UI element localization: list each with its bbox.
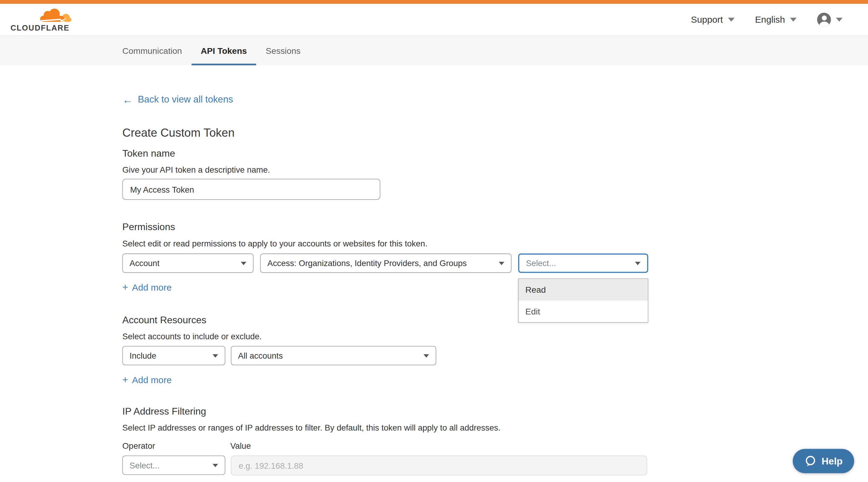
caret-down-icon bbox=[213, 354, 218, 357]
caret-down-icon bbox=[790, 18, 797, 22]
brand-accent-bar bbox=[0, 0, 868, 4]
caret-down-icon bbox=[635, 262, 640, 265]
permission-level-placeholder: Select... bbox=[526, 259, 556, 268]
caret-down-icon bbox=[213, 463, 218, 467]
account-resources-description: Select accounts to include or exclude. bbox=[123, 331, 868, 341]
account-resources-row: Include All accounts bbox=[123, 346, 868, 365]
resource-scope-select[interactable]: All accounts bbox=[231, 346, 436, 365]
cloudflare-logo[interactable]: CLOUDFLARE bbox=[10, 8, 71, 32]
resource-scope-value: All accounts bbox=[238, 351, 283, 360]
page-title: Create Custom Token bbox=[123, 126, 868, 139]
support-menu[interactable]: Support bbox=[691, 14, 734, 25]
permissions-add-more-label: Add more bbox=[132, 282, 172, 293]
caret-down-icon bbox=[424, 354, 429, 357]
menu-option-read[interactable]: Read bbox=[519, 279, 648, 300]
user-avatar-icon bbox=[817, 13, 831, 27]
caret-down-icon bbox=[728, 18, 735, 22]
caret-down-icon bbox=[241, 262, 246, 265]
back-to-tokens-link[interactable]: ← Back to view all tokens bbox=[123, 94, 233, 105]
permission-level-select[interactable]: Select... bbox=[518, 253, 648, 273]
plus-icon: + bbox=[123, 375, 128, 385]
permission-scope-select[interactable]: Account bbox=[123, 253, 254, 273]
header-actions: Support English bbox=[691, 13, 842, 27]
tab-api-tokens[interactable]: API Tokens bbox=[191, 36, 256, 65]
back-arrow-icon: ← bbox=[123, 94, 133, 105]
brand-name: CLOUDFLARE bbox=[10, 25, 71, 32]
permission-scope-value: Account bbox=[129, 259, 159, 268]
help-button-label: Help bbox=[822, 455, 842, 467]
token-name-title: Token name bbox=[123, 149, 868, 158]
chat-bubble-icon bbox=[805, 455, 816, 467]
language-label: English bbox=[755, 14, 785, 25]
ip-operator-select[interactable]: Select... bbox=[123, 455, 225, 475]
caret-down-icon bbox=[499, 262, 504, 265]
permission-level-wrap: Select... Read Edit bbox=[518, 253, 648, 273]
permission-level-menu: Read Edit bbox=[518, 279, 648, 323]
app-header: CLOUDFLARE Support English bbox=[0, 4, 868, 35]
tab-communication[interactable]: Communication bbox=[113, 36, 191, 65]
cloudflare-cloud-icon bbox=[38, 8, 71, 24]
operator-label: Operator bbox=[123, 441, 225, 451]
ip-filtering-description: Select IP addresses or ranges of IP addr… bbox=[123, 423, 868, 432]
caret-down-icon bbox=[836, 18, 843, 22]
tab-sessions-label: Sessions bbox=[266, 46, 301, 55]
permissions-title: Permissions bbox=[123, 222, 868, 232]
help-button[interactable]: Help bbox=[793, 449, 854, 473]
cloudflare-dashboard: CLOUDFLARE Support English Communication… bbox=[0, 0, 868, 482]
permissions-add-more-link[interactable]: + Add more bbox=[123, 282, 172, 293]
resource-mode-select[interactable]: Include bbox=[123, 346, 225, 365]
account-resources-add-more-label: Add more bbox=[132, 374, 172, 385]
token-name-description: Give your API token a descriptive name. bbox=[123, 165, 868, 174]
permissions-row: Account Access: Organizations, Identity … bbox=[123, 253, 868, 273]
account-menu[interactable] bbox=[817, 13, 843, 27]
resource-mode-value: Include bbox=[129, 351, 156, 360]
profile-tabs: Communication API Tokens Sessions bbox=[0, 35, 868, 65]
language-menu[interactable]: English bbox=[755, 14, 797, 25]
tab-communication-label: Communication bbox=[123, 46, 182, 55]
token-name-input[interactable] bbox=[123, 179, 380, 200]
back-link-label: Back to view all tokens bbox=[138, 94, 233, 105]
account-resources-add-more-link[interactable]: + Add more bbox=[123, 374, 172, 385]
support-label: Support bbox=[691, 14, 723, 25]
permissions-description: Select edit or read permissions to apply… bbox=[123, 238, 868, 248]
menu-option-edit[interactable]: Edit bbox=[519, 300, 648, 322]
ip-filtering-row: Select... bbox=[123, 455, 868, 475]
permission-resource-value: Access: Organizations, Identity Provider… bbox=[267, 259, 467, 268]
ip-value-input[interactable] bbox=[231, 455, 647, 475]
plus-icon: + bbox=[123, 282, 128, 292]
permission-resource-select[interactable]: Access: Organizations, Identity Provider… bbox=[260, 253, 512, 273]
ip-filtering-title: IP Address Filtering bbox=[123, 407, 868, 416]
ip-operator-placeholder: Select... bbox=[129, 460, 159, 470]
tab-api-tokens-label: API Tokens bbox=[201, 46, 247, 55]
tab-sessions[interactable]: Sessions bbox=[256, 36, 310, 65]
ip-filtering-labels: Operator Value bbox=[123, 441, 868, 451]
account-resources-title: Account Resources bbox=[123, 315, 868, 325]
value-label: Value bbox=[230, 441, 251, 451]
create-token-form: ← Back to view all tokens Create Custom … bbox=[0, 65, 868, 475]
